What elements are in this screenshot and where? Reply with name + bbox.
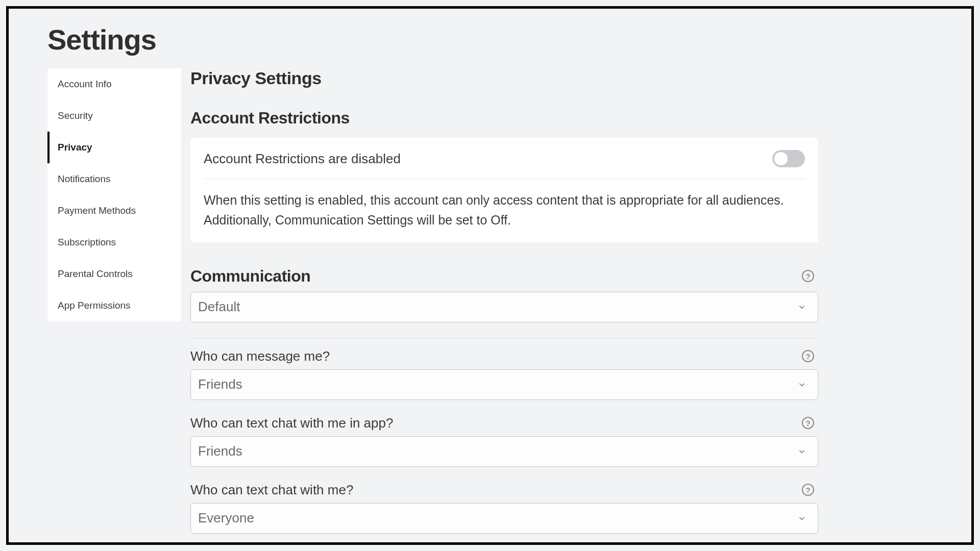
communication-heading: Communication bbox=[190, 267, 310, 286]
help-icon[interactable]: ? bbox=[802, 484, 814, 496]
settings-sidebar: Account Info Security Privacy Notificati… bbox=[47, 68, 181, 321]
sidebar-item-payment-methods[interactable]: Payment Methods bbox=[47, 195, 181, 227]
page-title: Settings bbox=[9, 9, 971, 68]
communication-select[interactable]: Default bbox=[190, 292, 818, 322]
sidebar-item-app-permissions[interactable]: App Permissions bbox=[47, 290, 181, 321]
account-restrictions-card: Account Restrictions are disabled When t… bbox=[190, 138, 818, 242]
help-icon[interactable]: ? bbox=[802, 350, 814, 362]
sidebar-item-notifications[interactable]: Notifications bbox=[47, 163, 181, 195]
chevron-down-icon bbox=[797, 303, 806, 312]
who-can-chat-in-app-label: Who can text chat with me in app? bbox=[190, 415, 393, 431]
communication-select-value: Default bbox=[198, 299, 240, 315]
who-can-chat-label: Who can text chat with me? bbox=[190, 482, 353, 498]
who-can-chat-value: Everyone bbox=[198, 510, 254, 526]
sidebar-item-subscriptions[interactable]: Subscriptions bbox=[47, 227, 181, 258]
sidebar-item-privacy[interactable]: Privacy bbox=[47, 132, 181, 163]
who-can-chat-in-app-value: Friends bbox=[198, 443, 242, 459]
account-restrictions-heading: Account Restrictions bbox=[190, 109, 818, 128]
help-icon[interactable]: ? bbox=[802, 417, 814, 429]
main-content: Privacy Settings Account Restrictions Ac… bbox=[190, 68, 839, 531]
chevron-down-icon bbox=[797, 380, 806, 389]
sidebar-item-security[interactable]: Security bbox=[47, 100, 181, 132]
chevron-down-icon bbox=[797, 514, 806, 523]
account-restrictions-status: Account Restrictions are disabled bbox=[204, 151, 401, 167]
sidebar-item-parental-controls[interactable]: Parental Controls bbox=[47, 258, 181, 290]
account-restrictions-toggle[interactable] bbox=[772, 150, 805, 167]
who-can-message-label: Who can message me? bbox=[190, 348, 330, 364]
privacy-settings-heading: Privacy Settings bbox=[190, 68, 818, 88]
help-icon[interactable]: ? bbox=[802, 270, 814, 282]
who-can-message-value: Friends bbox=[198, 377, 242, 392]
sidebar-item-account-info[interactable]: Account Info bbox=[47, 68, 181, 100]
who-can-chat-select[interactable]: Everyone bbox=[190, 503, 818, 534]
chevron-down-icon bbox=[797, 447, 806, 456]
account-restrictions-description: When this setting is enabled, this accou… bbox=[204, 179, 805, 230]
who-can-message-select[interactable]: Friends bbox=[190, 369, 818, 400]
divider bbox=[190, 338, 818, 338]
toggle-knob bbox=[774, 152, 788, 165]
who-can-chat-in-app-select[interactable]: Friends bbox=[190, 436, 818, 467]
